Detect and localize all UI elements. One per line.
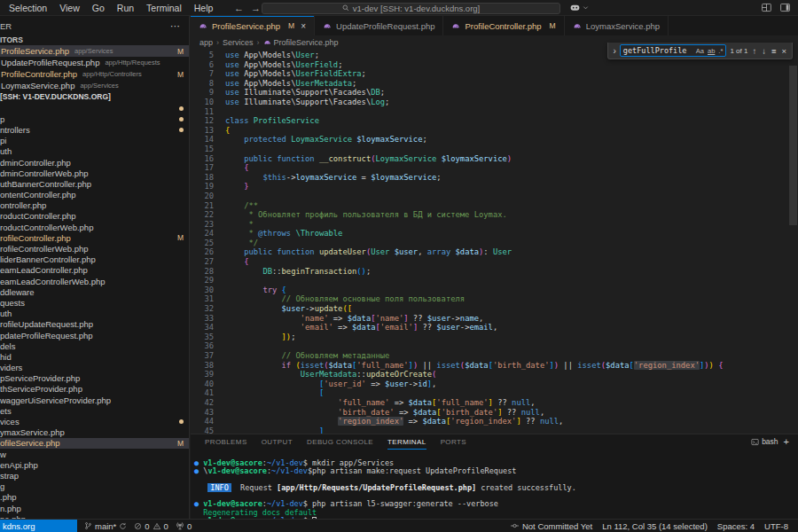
code-editor[interactable]: 5use App\Models\User;6use App\Models\Use… (191, 49, 798, 434)
tree-item[interactable]: enApi.php (0, 459, 189, 470)
tree-item[interactable]: uth (0, 309, 189, 319)
code-line[interactable]: 26 public function updateUser(User $user… (191, 247, 798, 257)
code-line[interactable]: 25 */ (191, 239, 798, 248)
menu-run[interactable]: Run (111, 0, 140, 16)
code-line[interactable]: 30 try { (191, 286, 798, 295)
tree-item[interactable]: rofileController.phpM (0, 232, 189, 243)
tab-profileservice-php[interactable]: ProfileService.phpM× (191, 16, 315, 35)
code-line[interactable]: 14 protected LoymaxService $loymaxServic… (191, 135, 798, 145)
code-line[interactable]: 29 (191, 276, 798, 286)
tree-item[interactable]: liderBannerController.php (0, 254, 189, 265)
tree-item[interactable]: ntrollers (0, 124, 189, 135)
open-editor-item[interactable]: UpdateProfileRequest.phpapp/Http/Request… (0, 57, 189, 68)
find-close-icon[interactable]: × (780, 46, 787, 56)
code-line[interactable]: 22 * Обновляет профиль пользователя в БД… (191, 210, 798, 220)
find-toggle-icon[interactable]: › (613, 46, 615, 56)
tree-item[interactable]: rofileControllerWeb.php (0, 243, 189, 254)
tree-item[interactable]: pdateProfileRequest.php (0, 330, 189, 340)
tree-item[interactable]: pi (0, 136, 189, 146)
tree-item[interactable]: n.php (0, 503, 189, 513)
code-line[interactable]: 27 { (191, 257, 798, 267)
tree-item[interactable]: ontentController.php (0, 190, 189, 200)
toggle-secondary-sidebar-icon[interactable] (779, 2, 791, 13)
tree-item[interactable]: quests (0, 297, 189, 308)
code-line[interactable]: 41 [ (191, 388, 798, 398)
ports-button[interactable]: 0 (176, 521, 192, 531)
code-line[interactable]: 39 UserMetadata::updateOrCreate( (191, 370, 798, 379)
tree-item[interactable]: eamLeadController.php (0, 265, 189, 276)
code-line[interactable]: 36 (191, 341, 798, 351)
panel-tab-output[interactable]: OUTPUT (254, 434, 300, 450)
tree-item[interactable] (0, 103, 189, 113)
menu-help[interactable]: Help (188, 0, 220, 16)
find-next-icon[interactable]: ↓ (761, 46, 767, 56)
code-line[interactable]: 35 ]); (191, 332, 798, 342)
menu-selection[interactable]: Selection (3, 0, 53, 16)
code-line[interactable]: 9use Illuminate\Support\Facades\DB; (191, 88, 798, 98)
code-line[interactable]: 7use App\Models\UserFieldExtra; (191, 69, 798, 79)
commit-status[interactable]: Not Committed Yet (510, 521, 592, 531)
git-branch-button[interactable]: main* (84, 521, 127, 531)
code-line[interactable]: 33 'name' => $data['name'] ?? $user->nam… (191, 314, 798, 324)
open-editor-item[interactable]: ProfileService.phpapp/ServicesM (0, 45, 189, 57)
tree-item[interactable]: roductControllerWeb.php (0, 222, 189, 232)
tab-updateprofilerequest-php[interactable]: UpdateProfileRequest.php (315, 16, 443, 35)
encoding-setting[interactable]: UTF-8 (764, 521, 788, 531)
code-line[interactable]: 38 if (isset($data['full_name']) || isse… (191, 361, 798, 371)
match-case-icon[interactable]: Aa (696, 47, 704, 55)
find-in-selection-icon[interactable]: ≡ (771, 46, 778, 56)
panel-tab-problems[interactable]: PROBLEMS (198, 434, 254, 450)
code-line[interactable]: 37 // Обновляем метаданные (191, 351, 798, 361)
breadcrumb-app[interactable]: app (200, 38, 213, 47)
code-line[interactable]: 45 ] (191, 426, 798, 434)
open-editors-header[interactable]: ITORS (0, 35, 189, 45)
menu-view[interactable]: View (53, 0, 86, 16)
tree-item[interactable]: .php (0, 492, 189, 503)
breadcrumb-services[interactable]: Services (223, 38, 254, 47)
tree-item[interactable]: eamLeadControllerWeb.php (0, 276, 189, 286)
code-line[interactable]: 6use App\Models\UserField; (191, 60, 798, 70)
tree-item[interactable]: waggerUiServiceProvider.php (0, 395, 189, 405)
find-input[interactable]: getFullProfile Aa ab .* (620, 44, 727, 57)
code-line[interactable]: 32 $user->update([ (191, 304, 798, 314)
workspace-section-header[interactable]: [SSH: V1-DEV.DUCKDNS.ORG] (0, 91, 189, 103)
back-arrow-icon[interactable]: ← (234, 3, 244, 13)
find-previous-icon[interactable]: ↑ (751, 46, 757, 56)
panel-tab-terminal[interactable]: TERMINAL (380, 434, 434, 450)
terminal-content[interactable]: ● v1-dev@sacore:~/v1-dev$ mkdir app/Serv… (191, 450, 798, 519)
explorer-more-actions-icon[interactable]: ⋯ (170, 20, 181, 32)
code-line[interactable]: 8use App\Models\UserMetadata; (191, 79, 798, 89)
find-query[interactable]: getFullProfile (623, 46, 692, 55)
indentation-setting[interactable]: Spaces: 4 (717, 521, 755, 531)
tree-item[interactable]: ontroller.php (0, 200, 189, 211)
tree-item[interactable]: ofileService.phpM (0, 438, 189, 449)
code-line[interactable]: 18 $this->loymaxService = $loymaxService… (191, 173, 798, 183)
panel-tab-debug-console[interactable]: DEBUG CONSOLE (300, 434, 380, 450)
forward-arrow-icon[interactable]: → (251, 3, 261, 13)
tree-item[interactable]: w (0, 449, 189, 459)
code-line[interactable]: 17 { (191, 163, 798, 173)
code-line[interactable]: 16 public function __construct(LoymaxSer… (191, 154, 798, 164)
code-line[interactable]: 13{ (191, 126, 798, 136)
tree-item[interactable]: ets (0, 405, 189, 416)
tree-item[interactable]: dminControllerWeb.php (0, 168, 189, 178)
code-line[interactable]: 20 (191, 192, 798, 201)
tree-item[interactable]: pServiceProvider.php (0, 373, 189, 384)
tree-item[interactable]: ymaxService.php (0, 427, 189, 438)
code-line[interactable]: 31 // Обновляем основные поля пользовате… (191, 294, 798, 304)
code-line[interactable]: 11 (191, 107, 798, 117)
open-editor-item[interactable]: ProfileController.phpapp/Http/Controller… (0, 68, 189, 80)
new-terminal-button[interactable]: + (784, 436, 789, 447)
menu-terminal[interactable]: Terminal (140, 0, 188, 16)
panel-tab-ports[interactable]: PORTS (434, 434, 473, 450)
code-line[interactable]: 19 } (191, 182, 798, 192)
tree-item[interactable]: ddleware (0, 286, 189, 297)
code-line[interactable]: 34 'email' => $data['email'] ?? $user->e… (191, 323, 798, 332)
code-line[interactable]: 24 * @throws \Throwable (191, 229, 798, 239)
menu-go[interactable]: Go (86, 0, 111, 16)
editor-scrollbar[interactable] (789, 66, 797, 225)
tree-item[interactable]: strap (0, 470, 189, 481)
terminal-instance[interactable]: bash (751, 437, 778, 446)
tree-item[interactable]: hid (0, 351, 189, 362)
tree-item[interactable]: viders (0, 363, 189, 373)
